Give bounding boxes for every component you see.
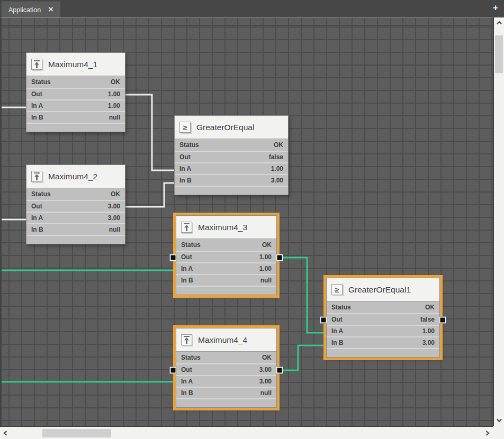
maximum-icon (31, 59, 42, 70)
node-row-status: StatusOK (26, 76, 125, 88)
row-value: OK (262, 241, 272, 249)
node-row-in-a: In A1.00 (26, 99, 125, 111)
node-header[interactable]: Maximum4_2 (26, 165, 125, 188)
scroll-up-button[interactable] (494, 17, 504, 28)
port-greaterorequal1-right[interactable] (439, 317, 446, 324)
node-header[interactable]: ≥GreaterOrEqual (175, 116, 288, 139)
port-maximum4_3-right[interactable] (276, 254, 283, 261)
row-label: Status (31, 78, 51, 86)
row-label: In B (31, 226, 43, 233)
port-maximum4_4-left[interactable] (170, 367, 177, 374)
tab-label: Application (8, 6, 41, 14)
tab-close-icon[interactable]: × (48, 5, 53, 14)
port-maximum4_3-left[interactable] (170, 254, 177, 261)
chevron-right-icon (485, 430, 490, 436)
node-maximum4_3[interactable]: Maximum4_3StatusOKOut1.00In A1.00In Bnul… (176, 215, 277, 295)
row-value: 3.00 (108, 203, 120, 210)
node-title: Maximum4_1 (48, 60, 97, 69)
row-label: Out (179, 153, 191, 161)
node-header[interactable]: Maximum4_1 (26, 53, 125, 76)
vertical-scrollbar[interactable] (493, 17, 504, 426)
row-label: Out (181, 366, 192, 373)
maximum-icon (181, 334, 192, 345)
row-label: Status (331, 304, 351, 311)
row-label: Out (31, 90, 42, 98)
row-label: In A (331, 327, 343, 335)
node-row-out: Out3.00 (26, 200, 125, 212)
node-greaterorequal1[interactable]: ≥GreaterOrEqual1StatusOKOutfalseIn A1.00… (326, 278, 440, 358)
node-row-in-a: In A1.00 (327, 325, 439, 336)
tab-bar: Application × + (0, 0, 504, 17)
row-value: null (260, 277, 272, 284)
node-row-status: StatusOK (327, 301, 439, 313)
new-tab-button[interactable]: + (491, 2, 500, 14)
application-window: Application × + Maximum4_1StatusOKOut1.0… (0, 0, 504, 439)
node-title: Maximum4_3 (198, 223, 247, 232)
node-header[interactable]: Maximum4_3 (176, 216, 276, 239)
row-label: In B (179, 177, 192, 184)
row-value: OK (111, 78, 120, 86)
scrollbar-corner (493, 426, 504, 439)
maximum-icon (31, 171, 42, 182)
node-maximum4_4[interactable]: Maximum4_4StatusOKOut3.00In A3.00In Bnul… (176, 328, 277, 408)
horizontal-scroll-thumb[interactable] (42, 429, 111, 437)
greater-or-equal-icon: ≥ (179, 122, 191, 133)
node-row-in-a: In A1.00 (176, 262, 276, 274)
row-value: false (420, 316, 435, 323)
node-row-out: Out1.00 (176, 251, 276, 262)
node-title: GreaterOrEqual1 (348, 285, 411, 295)
node-header[interactable]: Maximum4_4 (176, 328, 276, 352)
row-label: Status (181, 241, 201, 249)
row-value: 1.00 (259, 253, 272, 261)
vertical-scroll-thumb[interactable] (495, 35, 503, 73)
node-maximum4_2[interactable]: Maximum4_2StatusOKOut3.00In A3.00In Bnul… (26, 164, 125, 244)
scroll-right-button[interactable] (482, 427, 493, 439)
node-title: Maximum4_4 (198, 335, 247, 345)
row-value: 1.00 (259, 265, 272, 272)
row-label: In B (331, 339, 344, 346)
row-label: In B (181, 277, 193, 284)
port-greaterorequal1-left[interactable] (320, 317, 327, 324)
node-row-in-a: In A3.00 (176, 375, 276, 387)
node-row-in-b: In B3.00 (327, 336, 439, 348)
row-value: 1.00 (271, 165, 283, 172)
node-maximum4_1[interactable]: Maximum4_1StatusOKOut1.00In A1.00In Bnul… (26, 52, 125, 132)
node-row-in-b: In B3.00 (175, 174, 288, 186)
node-title: Maximum4_2 (48, 172, 97, 181)
row-label: Status (31, 190, 51, 198)
row-label: In A (31, 102, 43, 109)
scroll-down-button[interactable] (494, 415, 504, 426)
row-label: In B (181, 389, 193, 397)
row-value: 3.00 (259, 366, 272, 373)
row-value: 1.00 (108, 90, 120, 98)
row-value: null (109, 114, 120, 121)
node-row-in-a: In A3.00 (26, 212, 125, 223)
row-value: 3.00 (422, 339, 435, 346)
node-footer (327, 348, 439, 357)
scroll-left-button[interactable] (0, 427, 11, 439)
node-row-in-b: In Bnull (26, 223, 125, 235)
chevron-left-icon (3, 430, 7, 436)
node-row-status: StatusOK (176, 239, 276, 251)
node-greaterorequal[interactable]: ≥GreaterOrEqualStatusOKOutfalseIn A1.00I… (174, 115, 289, 195)
row-value: 1.00 (422, 327, 435, 335)
row-value: 3.00 (108, 214, 120, 222)
node-header[interactable]: ≥GreaterOrEqual1 (327, 278, 439, 301)
row-label: Status (181, 354, 201, 361)
row-label: In A (179, 165, 191, 172)
node-footer (26, 235, 125, 244)
row-value: false (269, 153, 283, 161)
port-maximum4_4-right[interactable] (276, 367, 283, 374)
horizontal-scrollbar[interactable] (0, 426, 493, 439)
row-label: Out (331, 316, 343, 323)
node-footer (175, 186, 288, 195)
node-row-out: Out3.00 (176, 363, 276, 375)
node-row-in-b: In Bnull (176, 387, 276, 398)
tab-application[interactable]: Application × (2, 2, 60, 17)
maximum-icon (181, 222, 192, 233)
row-value: OK (425, 304, 435, 311)
row-label: In A (181, 378, 193, 385)
node-row-out: Outfalse (327, 313, 439, 325)
greater-or-equal-icon: ≥ (331, 284, 343, 295)
node-row-status: StatusOK (26, 188, 125, 200)
